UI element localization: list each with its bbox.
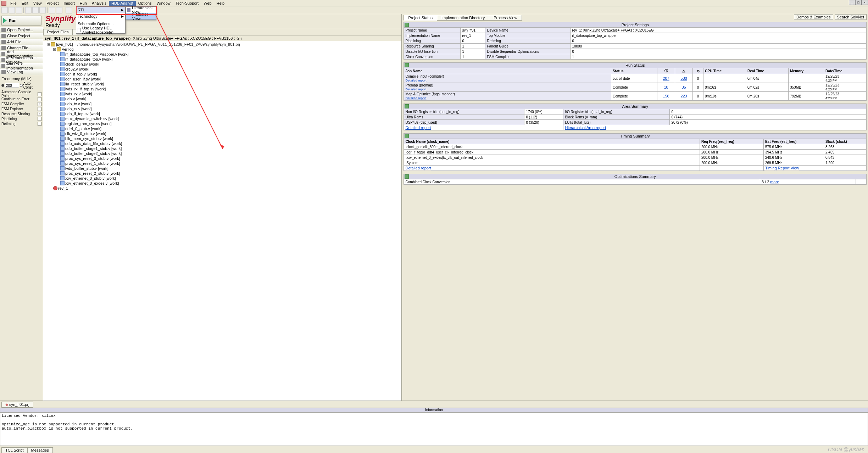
- tab-project-status[interactable]: Project Status: [404, 15, 437, 21]
- dropdown-rtl[interactable]: RTL▶: [76, 7, 125, 13]
- table-row: Ultra Rams0 (112)Block Rams (v_ram)0 (74…: [404, 114, 867, 120]
- tab-project-files[interactable]: Project Files: [43, 29, 73, 35]
- frequency-input[interactable]: [5, 83, 19, 88]
- verilog-icon: [60, 57, 65, 61]
- tab-tcl-script[interactable]: TCL Script: [1, 447, 28, 453]
- option-continue-on-error[interactable]: Continue on Error: [0, 96, 43, 101]
- main-area: Run Open Project...Close ProjectAdd File…: [0, 14, 868, 401]
- action-add-file-[interactable]: Add File...: [0, 39, 43, 45]
- tool-new-icon[interactable]: [1, 7, 8, 13]
- console-tabs: TCL Script Messages: [0, 446, 868, 453]
- dropdown-technology[interactable]: Technology▶: [76, 13, 125, 19]
- refresh-icon[interactable]: [405, 134, 409, 138]
- option-fsm-explorer[interactable]: FSM Explorer: [0, 106, 43, 111]
- tool-save-icon[interactable]: [16, 7, 22, 13]
- ready-label: Ready: [45, 22, 60, 28]
- tool-undo-icon[interactable]: [49, 7, 55, 13]
- verilog-icon: [60, 151, 65, 156]
- tool-cut-icon[interactable]: [25, 7, 32, 13]
- tree-rev[interactable]: rev_1: [44, 186, 401, 191]
- menu-analysis[interactable]: Analysis: [89, 1, 109, 6]
- option-pipelining[interactable]: Pipelining: [0, 116, 43, 121]
- verilog-icon: [60, 77, 65, 81]
- menu-help[interactable]: Help: [214, 1, 227, 6]
- detailed-report-link[interactable]: Detailed report: [405, 166, 431, 170]
- freq-radio-manual[interactable]: [1, 84, 4, 87]
- tab-implementation-directory[interactable]: Implementation Directory: [437, 15, 489, 21]
- tab-process-view[interactable]: Process View: [489, 15, 522, 21]
- menu-view[interactable]: View: [31, 1, 44, 6]
- verilog-icon: [60, 92, 65, 96]
- info-icon: ⓘ: [657, 68, 675, 74]
- run-label: Run: [9, 18, 16, 23]
- minimize-button[interactable]: _: [849, 0, 855, 5]
- dropdown-legacy-hdl[interactable]: Use Legacy HDL Analyst (obsolete): [76, 27, 125, 33]
- tool-find-icon[interactable]: [66, 7, 72, 13]
- table-row: ddr_if_top|o_ddr4_user_clk_inferred_cloc…: [404, 150, 867, 155]
- menu-run[interactable]: Run: [77, 1, 89, 6]
- detailed-report-link[interactable]: Detailed report: [405, 88, 426, 91]
- action-add-p-r-implementation[interactable]: Add P&R Implementation: [0, 63, 43, 69]
- option-retiming[interactable]: Retiming: [0, 121, 43, 126]
- tree-file[interactable]: proc_sys_reset_1_stub.v [work]: [44, 161, 401, 166]
- console[interactable]: Licensed Vendor: xilinx optimize_ngc is …: [0, 413, 868, 446]
- tool-open-icon[interactable]: [9, 7, 15, 13]
- tree-file[interactable]: xxv_ethernet_0_stub.v [work]: [44, 176, 401, 181]
- refresh-icon[interactable]: [405, 23, 409, 27]
- detailed-report-link[interactable]: Detailed report: [405, 79, 426, 82]
- bottom-tab-project[interactable]: ◆ syn_ff01.prj: [1, 402, 33, 408]
- maximize-button[interactable]: □: [855, 0, 862, 5]
- tree-file[interactable]: proc_sys_reset_0_stub.v [work]: [44, 156, 401, 161]
- more-link[interactable]: more: [770, 180, 779, 184]
- verilog-icon: [60, 87, 65, 91]
- tool-paste-icon[interactable]: [39, 7, 46, 13]
- info-bar: Information: [0, 408, 868, 413]
- action-open-project-[interactable]: Open Project...: [0, 27, 43, 33]
- detailed-report-link[interactable]: Detailed report: [405, 125, 431, 130]
- tool-copy-icon[interactable]: [32, 7, 39, 13]
- verilog-icon: [60, 181, 65, 185]
- verilog-icon: [60, 82, 65, 86]
- timing-report-view-link[interactable]: Timing Report View: [765, 166, 799, 170]
- verilog-icon: [60, 136, 65, 141]
- search-solvnet-button[interactable]: Search SolvNet: [835, 14, 867, 20]
- refresh-icon[interactable]: [405, 63, 409, 67]
- svg-line-0: [155, 14, 223, 149]
- submenu-flattened-view[interactable]: Flattened View: [126, 13, 156, 19]
- action-close-project[interactable]: Close Project: [0, 33, 43, 39]
- refresh-icon[interactable]: [405, 174, 409, 179]
- action-icon: [1, 70, 6, 74]
- menu-file[interactable]: File: [8, 1, 19, 6]
- run-button[interactable]: Run: [1, 16, 41, 26]
- menu-window[interactable]: Window: [154, 1, 173, 6]
- folder-icon: [57, 47, 61, 51]
- option-fsm-compiler[interactable]: FSM Compiler✓: [0, 101, 43, 106]
- option-resource-sharing[interactable]: Resource Sharing✓: [0, 111, 43, 116]
- close-button[interactable]: ×: [862, 0, 868, 5]
- tree-file[interactable]: proc_sys_reset_2_stub.v [work]: [44, 171, 401, 176]
- tool-redo-icon[interactable]: [56, 7, 62, 13]
- run-status-title: Run Status: [404, 63, 867, 68]
- refresh-icon[interactable]: [405, 104, 409, 108]
- menu-import[interactable]: Import: [61, 1, 77, 6]
- bottom-tab-bar: ◆ syn_ff01.prj: [0, 401, 868, 408]
- menu-project[interactable]: Project: [44, 1, 61, 6]
- option-automatic-compile-point[interactable]: Automatic Compile Point: [0, 91, 43, 96]
- hierarchy-icon: [127, 8, 130, 12]
- menu-tech-support[interactable]: Tech-Support: [173, 1, 201, 6]
- table-row: Premap (premap)Detailed reportComplete18…: [404, 83, 867, 92]
- freq-radio-auto[interactable]: [20, 84, 23, 87]
- tree-file[interactable]: xxv_ethernet_0_exdes.v [work]: [44, 181, 401, 186]
- menu-edit[interactable]: Edit: [19, 1, 31, 6]
- detailed-report-link[interactable]: Detailed report: [405, 96, 426, 100]
- verilog-icon: [60, 107, 65, 111]
- table-row: Map & Optimize (fpga_mapper)Detailed rep…: [404, 92, 867, 101]
- right-top-buttons: Demos & Examples Search SolvNet: [794, 14, 867, 20]
- menu-hdl-analyst[interactable]: HDL-Analyst: [109, 1, 136, 6]
- menu-options[interactable]: Options: [136, 1, 154, 6]
- hierarchical-area-link[interactable]: Hierarchical Area report: [565, 125, 606, 130]
- demos-examples-button[interactable]: Demos & Examples: [794, 14, 833, 20]
- tree-file[interactable]: lvds_buffer_stub.v [work]: [44, 166, 401, 171]
- tab-messages[interactable]: Messages: [27, 447, 53, 453]
- menu-web[interactable]: Web: [201, 1, 214, 6]
